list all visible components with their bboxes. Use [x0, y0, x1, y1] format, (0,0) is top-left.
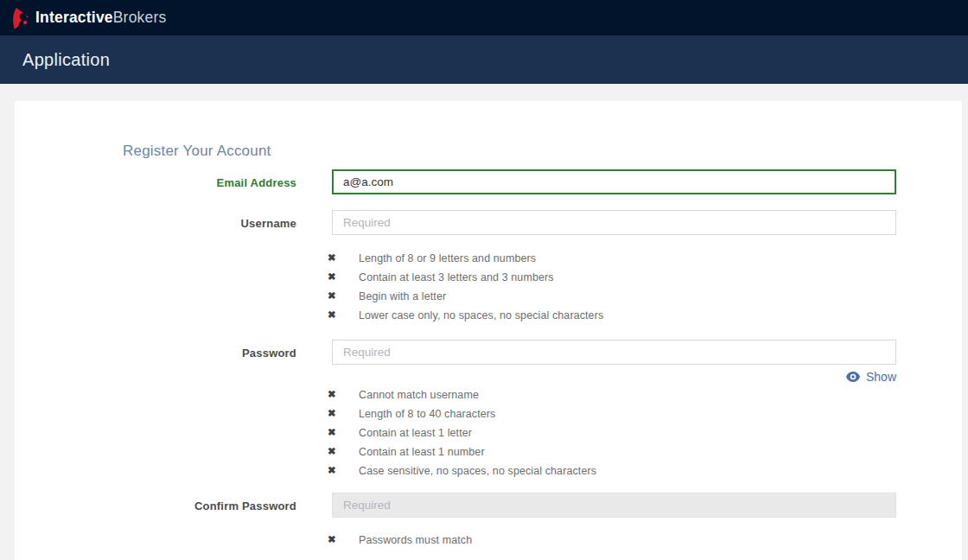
rule-item: ✖ Contain at least 3 letters and 3 numbe… — [328, 268, 896, 287]
show-password-label: Show — [866, 370, 896, 384]
rule-text: Cannot match username — [359, 389, 479, 401]
rule-text: Length of 8 to 40 characters — [359, 408, 495, 420]
top-bar: InteractiveBrokers — [0, 0, 968, 35]
content-card: Register Your Account Email Address User… — [15, 101, 962, 560]
password-rules-list: ✖ Cannot match username ✖ Length of 8 to… — [332, 385, 896, 480]
ib-flame-icon — [11, 7, 30, 29]
rule-text: Begin with a letter — [359, 290, 446, 302]
brand-logo[interactable]: InteractiveBrokers — [11, 7, 166, 29]
rule-text: Passwords must match — [359, 534, 472, 546]
x-mark-icon: ✖ — [328, 447, 337, 457]
password-label: Password — [123, 340, 296, 360]
password-input[interactable] — [332, 340, 896, 365]
x-mark-icon: ✖ — [328, 310, 337, 321]
brand-secondary: Brokers — [113, 9, 167, 26]
rule-text: Case sensitive, no spaces, no special ch… — [359, 465, 596, 477]
x-mark-icon: ✖ — [328, 428, 337, 438]
x-mark-icon: ✖ — [328, 291, 337, 302]
x-mark-icon: ✖ — [328, 535, 337, 545]
rule-text: Lower case only, no spaces, no special c… — [359, 309, 603, 321]
page-title: Application — [22, 50, 110, 70]
rule-item: ✖ Length of 8 to 40 characters — [328, 404, 896, 423]
confirm-password-label: Confirm Password — [123, 493, 296, 512]
app-nav-bar: Application — [0, 35, 968, 84]
eye-icon — [846, 372, 860, 382]
email-label: Email Address — [123, 169, 296, 189]
username-input[interactable] — [332, 210, 896, 235]
rule-text: Contain at least 1 letter — [359, 427, 472, 439]
x-mark-icon: ✖ — [328, 466, 337, 476]
brand-wordmark: InteractiveBrokers — [35, 9, 166, 27]
rule-item: ✖ Cannot match username — [328, 385, 896, 404]
username-rules-row: ✖ Length of 8 or 9 letters and numbers ✖… — [123, 235, 962, 340]
x-mark-icon: ✖ — [328, 253, 337, 264]
show-password-row: Show — [332, 370, 896, 384]
confirm-password-row: Confirm Password — [123, 493, 962, 518]
form-heading: Register Your Account — [123, 143, 962, 160]
rule-item: ✖ Passwords must match — [328, 531, 896, 550]
confirm-password-input[interactable] — [332, 493, 896, 518]
rule-text: Contain at least 1 number — [359, 446, 485, 458]
password-rules-row: ✖ Cannot match username ✖ Length of 8 to… — [123, 384, 962, 493]
password-row: Password Show — [123, 340, 962, 384]
email-row: Email Address — [123, 169, 962, 194]
rule-text: Length of 8 or 9 letters and numbers — [359, 252, 536, 264]
username-row: Username — [123, 210, 962, 235]
rule-text: Contain at least 3 letters and 3 numbers — [359, 271, 554, 283]
x-mark-icon: ✖ — [328, 409, 337, 419]
registration-form: Register Your Account Email Address User… — [123, 143, 962, 550]
username-label: Username — [123, 210, 296, 230]
rule-item: ✖ Contain at least 1 letter — [328, 423, 896, 442]
rule-item: ✖ Contain at least 1 number — [328, 442, 896, 461]
rule-item: ✖ Length of 8 or 9 letters and numbers — [328, 249, 896, 268]
show-password-link[interactable]: Show — [846, 370, 896, 384]
confirm-rules-row: ✖ Passwords must match — [123, 518, 962, 550]
brand-primary: Interactive — [35, 9, 113, 26]
username-rules-list: ✖ Length of 8 or 9 letters and numbers ✖… — [332, 249, 896, 325]
rule-item: ✖ Begin with a letter — [328, 287, 896, 306]
rule-item: ✖ Lower case only, no spaces, no special… — [328, 306, 896, 325]
email-input[interactable] — [332, 169, 896, 194]
x-mark-icon: ✖ — [328, 272, 337, 283]
confirm-rules-list: ✖ Passwords must match — [332, 531, 896, 550]
rule-item: ✖ Case sensitive, no spaces, no special … — [328, 461, 896, 480]
x-mark-icon: ✖ — [328, 390, 337, 400]
